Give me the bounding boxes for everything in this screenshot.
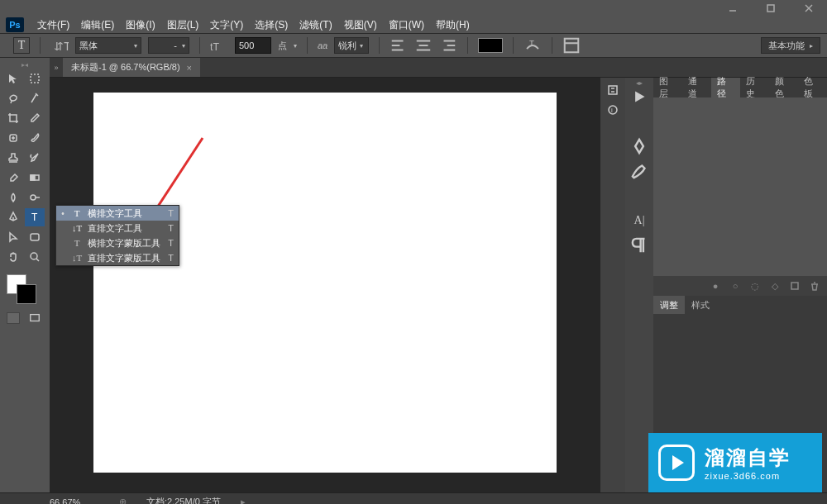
watermark-title: 溜溜自学 bbox=[705, 445, 791, 471]
lower-panel-tabs: 调整 样式 bbox=[653, 296, 827, 314]
paragraph-icon[interactable] bbox=[629, 235, 650, 256]
tab-colors[interactable]: 颜色 bbox=[769, 78, 798, 97]
character-panel-icon[interactable] bbox=[562, 36, 581, 55]
tab-swatches[interactable]: 色板 bbox=[798, 78, 827, 97]
svg-rect-23 bbox=[31, 175, 35, 180]
history-brush-tool[interactable] bbox=[25, 149, 45, 167]
type-tool[interactable]: T bbox=[25, 208, 45, 226]
hand-tool[interactable] bbox=[3, 248, 23, 266]
menu-file[interactable]: 文件(F) bbox=[31, 18, 75, 32]
antialias-dropdown[interactable]: 锐利▾ bbox=[334, 37, 369, 54]
window-minimize[interactable] bbox=[721, 2, 744, 14]
tabs-scroll-icon[interactable]: » bbox=[50, 58, 63, 77]
paths-panel-body[interactable] bbox=[653, 97, 827, 276]
menu-window[interactable]: 窗口(W) bbox=[383, 18, 430, 32]
menu-layer[interactable]: 图层(L) bbox=[161, 18, 205, 32]
move-tool[interactable] bbox=[3, 69, 23, 88]
delete-path-icon[interactable] bbox=[809, 280, 820, 292]
menu-view[interactable]: 视图(V) bbox=[338, 18, 383, 32]
flyout-hmask[interactable]: T 横排文字蒙版工具 T bbox=[56, 235, 179, 250]
flyout-vmask[interactable]: ↓T 直排文字蒙版工具 T bbox=[56, 250, 179, 265]
tool-indicator[interactable]: T bbox=[13, 37, 30, 54]
shape-tool[interactable] bbox=[25, 228, 45, 246]
tab-styles[interactable]: 样式 bbox=[685, 296, 716, 314]
tab-channels[interactable]: 通道 bbox=[682, 78, 711, 97]
character-icon[interactable]: A| bbox=[629, 210, 650, 231]
healing-tool[interactable] bbox=[3, 129, 23, 147]
zoom-level[interactable]: 66.67% bbox=[50, 497, 99, 505]
tools-panel: ▸◂ T bbox=[0, 58, 50, 492]
menu-type[interactable]: 文字(Y) bbox=[204, 18, 249, 32]
new-path-icon[interactable] bbox=[789, 280, 801, 292]
svg-rect-30 bbox=[31, 315, 40, 321]
background-swatch[interactable] bbox=[17, 284, 36, 304]
marquee-tool[interactable] bbox=[25, 69, 45, 88]
svg-rect-27 bbox=[31, 234, 39, 240]
svg-text:i: i bbox=[611, 107, 613, 114]
crop-tool[interactable] bbox=[3, 109, 23, 127]
doc-info-menu[interactable]: ▸ bbox=[241, 497, 246, 504]
load-selection-icon[interactable]: ◌ bbox=[749, 280, 761, 292]
window-maximize[interactable] bbox=[759, 2, 782, 14]
eraser-tool[interactable] bbox=[3, 169, 23, 187]
flyout-vtype[interactable]: ↓T 直排文字工具 T bbox=[56, 221, 179, 235]
canvas[interactable] bbox=[93, 93, 557, 473]
window-close[interactable] bbox=[797, 2, 820, 14]
warp-text-icon[interactable]: T bbox=[523, 36, 542, 55]
brush-preset-icon[interactable] bbox=[629, 136, 650, 157]
font-style-dropdown[interactable]: -▾ bbox=[148, 37, 189, 54]
screenmode-toggle[interactable] bbox=[25, 311, 45, 326]
menu-edit[interactable]: 编辑(E) bbox=[75, 18, 120, 32]
menu-image[interactable]: 图像(I) bbox=[120, 18, 160, 32]
menu-help[interactable]: 帮助(H) bbox=[430, 18, 476, 32]
play-action-icon[interactable] bbox=[629, 86, 650, 107]
document-tabs: » 未标题-1 @ 66.7%(RGB/8) × bbox=[50, 58, 827, 78]
menu-select[interactable]: 选择(S) bbox=[249, 18, 294, 32]
wand-tool[interactable] bbox=[25, 89, 45, 107]
align-center-icon[interactable] bbox=[414, 36, 433, 55]
document-title: 未标题-1 @ 66.7%(RGB/8) bbox=[71, 61, 180, 74]
blur-tool[interactable] bbox=[3, 188, 23, 207]
canvas-area[interactable] bbox=[50, 78, 600, 492]
make-workpath-icon[interactable]: ◇ bbox=[769, 280, 781, 292]
lasso-tool[interactable] bbox=[3, 89, 23, 107]
text-orientation-icon[interactable]: ⇵T bbox=[50, 36, 69, 55]
menu-filter[interactable]: 滤镜(T) bbox=[294, 18, 337, 32]
info-panel-icon[interactable]: i bbox=[604, 101, 622, 119]
history-panel-icon[interactable] bbox=[604, 81, 622, 99]
brush-settings-icon[interactable] bbox=[629, 160, 650, 182]
svg-text:T: T bbox=[529, 38, 534, 47]
brush-tool[interactable] bbox=[25, 129, 45, 147]
path-select-tool[interactable] bbox=[3, 228, 23, 246]
doc-info[interactable]: 文档:2.25M/0 字节 bbox=[146, 496, 221, 504]
workspace-switcher[interactable]: 基本功能▸ bbox=[761, 37, 820, 54]
document-tab[interactable]: 未标题-1 @ 66.7%(RGB/8) × bbox=[63, 58, 200, 77]
tab-layers[interactable]: 图层 bbox=[653, 78, 682, 97]
eyedropper-tool[interactable] bbox=[25, 109, 45, 127]
dodge-tool[interactable] bbox=[25, 188, 45, 207]
zoom-tool[interactable] bbox=[25, 248, 45, 266]
svg-rect-1 bbox=[767, 5, 774, 12]
menubar: Ps 文件(F) 编辑(E) 图像(I) 图层(L) 文字(Y) 选择(S) 滤… bbox=[0, 17, 827, 33]
align-right-icon[interactable] bbox=[439, 36, 457, 55]
quickmask-toggle[interactable] bbox=[3, 311, 23, 326]
font-size-input[interactable]: 500 bbox=[235, 37, 271, 54]
fill-path-icon[interactable]: ● bbox=[710, 280, 721, 292]
color-swatches[interactable] bbox=[3, 273, 46, 306]
titlebar bbox=[0, 0, 827, 17]
stroke-path-icon[interactable]: ○ bbox=[729, 280, 741, 292]
actions-grip[interactable]: ◂▸ bbox=[625, 79, 653, 86]
pen-tool[interactable] bbox=[3, 208, 23, 226]
text-color-swatch[interactable] bbox=[478, 38, 503, 53]
gradient-tool[interactable] bbox=[25, 169, 45, 187]
font-family-dropdown[interactable]: 黑体▾ bbox=[75, 37, 141, 54]
tab-history[interactable]: 历史 bbox=[740, 78, 769, 97]
tab-adjustments[interactable]: 调整 bbox=[653, 296, 685, 314]
stamp-tool[interactable] bbox=[3, 149, 23, 167]
close-tab-icon[interactable]: × bbox=[187, 63, 192, 73]
svg-point-28 bbox=[31, 253, 37, 259]
tab-paths[interactable]: 路径 bbox=[711, 78, 740, 97]
tools-grip[interactable]: ▸◂ bbox=[3, 61, 46, 68]
flyout-htype[interactable]: •T 横排文字工具 T bbox=[56, 206, 179, 221]
align-left-icon[interactable] bbox=[390, 36, 408, 55]
